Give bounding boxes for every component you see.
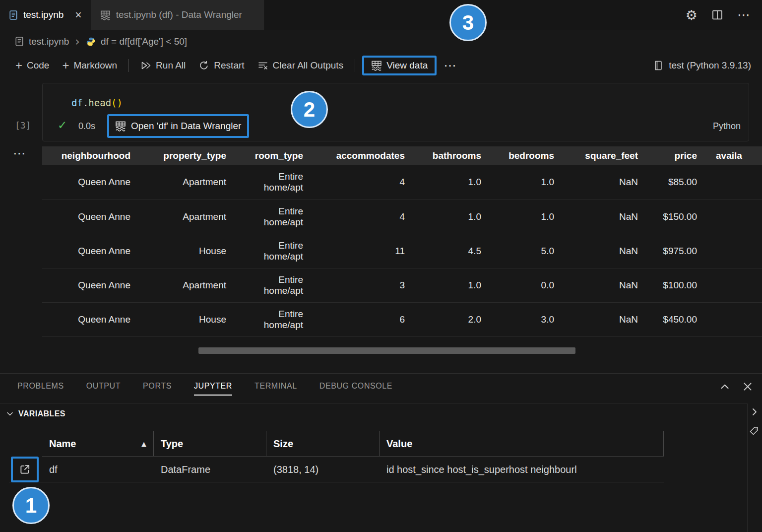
cell: $85.00 — [644, 165, 703, 200]
code-editor-line[interactable]: df.head() — [71, 97, 123, 108]
breadcrumb-symbol[interactable]: df = df[df['Age'] < 50] — [101, 36, 187, 47]
code-token-method: head — [88, 97, 111, 108]
table-row: Queen Anne House Entire home/apt 6 2.0 3… — [42, 302, 762, 336]
open-df-label: Open 'df' in Data Wrangler — [131, 121, 241, 132]
cell-language-picker[interactable]: Python — [713, 121, 741, 132]
breadcrumb-file[interactable]: test.ipynb — [29, 36, 69, 47]
toolbar-more-icon[interactable]: ⋯ — [444, 59, 456, 72]
open-in-data-viewer-icon[interactable] — [19, 464, 31, 475]
panel-actions — [719, 381, 753, 392]
notebook-cell[interactable]: df.head() ✓ 0.0s Open 'df' in Data Wrang… — [42, 83, 749, 141]
cell: 1.0 — [487, 165, 560, 200]
cell: NaN — [560, 200, 644, 234]
col-header: square_feet — [560, 146, 644, 165]
plus-icon: + — [62, 60, 69, 71]
cell: $975.00 — [644, 234, 703, 268]
restart-button[interactable]: Restart — [192, 57, 251, 74]
view-data-button[interactable]: View data — [371, 60, 428, 71]
dataframe-output: neighbourhood property_type room_type ac… — [42, 146, 762, 337]
breadcrumb: test.ipynb › df = df[df['Age'] < 50] — [0, 30, 762, 53]
add-code-label: Code — [27, 60, 49, 71]
restart-icon — [198, 60, 209, 71]
cell: Entire home/apt — [232, 200, 309, 234]
panel-divider — [0, 373, 762, 374]
variable-row-df[interactable]: df DataFrame (3818, 14) id host_since ho… — [9, 457, 664, 482]
cell: 4 — [309, 200, 411, 234]
table-header-row: neighbourhood property_type room_type ac… — [42, 146, 762, 165]
breadcrumb-separator: › — [75, 35, 80, 49]
success-check-icon: ✓ — [58, 119, 67, 132]
cell: 5.0 — [487, 234, 560, 268]
variable-value: id host_since host_is_superhost neighbou… — [386, 457, 662, 482]
gear-icon[interactable]: ⚙ — [686, 8, 698, 22]
tab-data-wrangler[interactable]: test.ipynb (df) - Data Wrangler — [91, 0, 264, 30]
table-row: Queen Anne House Entire home/apt 11 4.5 … — [42, 234, 762, 268]
col-header: neighbourhood — [42, 146, 136, 165]
cell: House — [136, 234, 232, 268]
cell — [703, 302, 762, 336]
cell — [703, 200, 762, 234]
annotation-step-2-badge: 2 — [291, 91, 328, 128]
view-data-label: View data — [386, 60, 428, 71]
notebook-icon — [9, 10, 18, 20]
horizontal-scrollbar-thumb[interactable] — [198, 347, 575, 354]
cell: Apartment — [136, 268, 232, 302]
toolbar-divider — [355, 59, 355, 72]
col-header-value[interactable]: Value — [380, 431, 664, 456]
clear-all-outputs-button[interactable]: Clear All Outputs — [251, 57, 350, 74]
panel-right-divider — [747, 403, 748, 532]
more-actions-icon[interactable]: ⋯ — [737, 8, 750, 21]
col-header-name[interactable]: Name ▲ — [42, 431, 154, 456]
clear-outputs-label: Clear All Outputs — [273, 60, 344, 71]
execution-time: 0.0s — [78, 121, 95, 132]
col-header: accommodates — [309, 146, 411, 165]
table-row: Queen Anne Apartment Entire home/apt 4 1… — [42, 200, 762, 234]
close-tab-icon[interactable]: × — [75, 9, 81, 21]
open-variable-highlight-box — [11, 457, 39, 482]
cell: NaN — [560, 268, 644, 302]
col-type-label: Type — [161, 438, 183, 450]
panel-maximize-icon[interactable] — [719, 381, 730, 392]
dataframe-table: neighbourhood property_type room_type ac… — [42, 146, 762, 337]
variable-name: df — [49, 457, 58, 482]
variables-title: VARIABLES — [18, 409, 65, 418]
cell: 1.0 — [411, 200, 487, 234]
col-header: property_type — [136, 146, 232, 165]
cell: 6 — [309, 302, 411, 336]
panel-tab-terminal[interactable]: TERMINAL — [254, 382, 297, 396]
tab-test-ipynb[interactable]: test.ipynb × — [0, 0, 91, 30]
open-df-highlight-box: Open 'df' in Data Wrangler — [107, 114, 249, 138]
cell: Queen Anne — [42, 234, 136, 268]
cell: $450.00 — [644, 302, 703, 336]
tab-label: test.ipynb (df) - Data Wrangler — [116, 9, 242, 20]
tag-icon[interactable] — [749, 426, 760, 437]
chevron-right-icon[interactable] — [750, 407, 760, 417]
notebook-icon — [15, 36, 24, 47]
run-all-button[interactable]: Run All — [134, 57, 192, 74]
cell: Entire home/apt — [232, 234, 309, 268]
panel-tab-bar: PROBLEMS OUTPUT PORTS JUPYTER TERMINAL D… — [0, 377, 732, 399]
panel-close-icon[interactable] — [742, 381, 753, 392]
col-header: price — [644, 146, 703, 165]
data-wrangler-icon — [100, 10, 111, 20]
panel-tab-problems[interactable]: PROBLEMS — [17, 382, 64, 396]
variables-section-header[interactable]: VARIABLES — [0, 403, 747, 423]
panel-tab-debug-console[interactable]: DEBUG CONSOLE — [319, 382, 392, 396]
panel-tab-ports[interactable]: PORTS — [143, 382, 172, 396]
add-code-button[interactable]: + Code — [9, 57, 56, 74]
annotation-step-3-badge: 3 — [449, 4, 487, 41]
vscode-window: test.ipynb × test.ipynb (df) - Data Wran… — [0, 0, 762, 532]
col-header-type[interactable]: Type — [154, 431, 266, 456]
col-header-size[interactable]: Size — [266, 431, 380, 456]
run-all-label: Run All — [156, 60, 186, 71]
panel-tab-output[interactable]: OUTPUT — [86, 382, 121, 396]
open-df-in-data-wrangler-button[interactable]: Open 'df' in Data Wrangler — [115, 121, 241, 132]
kernel-picker[interactable]: test (Python 3.9.13) — [653, 60, 762, 71]
variable-type: DataFrame — [161, 457, 210, 482]
output-more-actions-icon[interactable]: ⋯ — [13, 146, 27, 161]
add-markdown-button[interactable]: + Markdown — [56, 57, 124, 74]
split-editor-icon[interactable] — [711, 9, 723, 21]
panel-tab-jupyter[interactable]: JUPYTER — [194, 382, 232, 396]
col-name-label: Name — [49, 438, 76, 450]
data-wrangler-icon — [371, 60, 382, 71]
